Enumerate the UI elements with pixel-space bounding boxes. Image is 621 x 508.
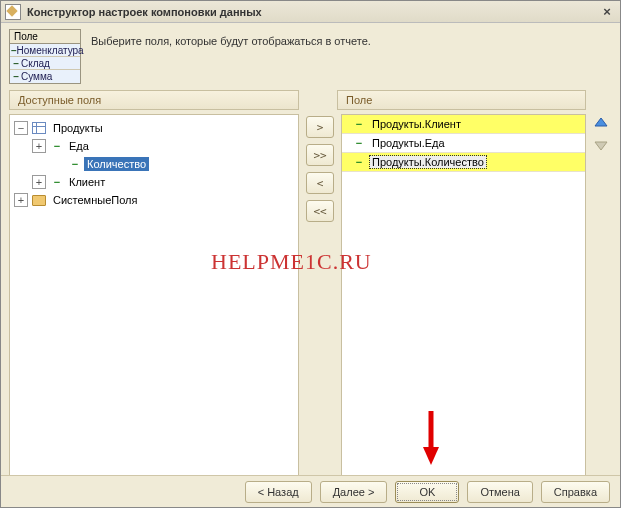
table-icon [32,122,46,134]
available-tree: − Продукты + − Еда − Количество + − Клие… [10,115,298,213]
tree-label: Количество [84,157,149,171]
transfer-buttons: > >> < << [303,114,337,482]
app-icon [5,4,21,20]
expand-icon[interactable]: + [32,139,46,153]
help-button[interactable]: Справка [541,481,610,503]
table-row[interactable]: −Продукты.Еда [342,134,585,153]
field-icon: − [68,158,82,170]
field-icon: − [50,140,64,152]
selected-label: Продукты.Клиент [370,118,463,130]
add-one-button[interactable]: > [306,116,334,138]
selected-label: Продукты.Количество [370,156,486,168]
selected-table: −Продукты.Клиент −Продукты.Еда −Продукты… [342,115,585,172]
field-icon: − [352,118,366,130]
move-up-button[interactable] [591,114,611,132]
mini-row: –Номенклатура [10,44,80,57]
order-arrows [590,114,612,482]
window-title: Конструктор настроек компоновки данных [27,6,598,18]
selected-fields-panel[interactable]: −Продукты.Клиент −Продукты.Еда −Продукты… [341,114,586,482]
table-row[interactable]: −Продукты.Количество [342,153,585,172]
remove-one-button[interactable]: < [306,172,334,194]
move-down-button[interactable] [591,136,611,154]
back-button[interactable]: < Назад [245,481,312,503]
next-button[interactable]: Далее > [320,481,388,503]
field-icon: − [50,176,64,188]
preview-mini-table: Поле –Номенклатура –Склад –Сумма [9,29,81,84]
selected-header: Поле [337,90,586,110]
tree-node-client[interactable]: + − Клиент [12,173,296,191]
mini-row: –Сумма [10,70,80,83]
instruction-text: Выберите поля, которые будут отображатьс… [91,29,371,47]
tree-label: Клиент [66,175,108,189]
tree-node-food[interactable]: + − Еда [12,137,296,155]
field-icon: − [352,137,366,149]
remove-all-button[interactable]: << [306,200,334,222]
svg-marker-1 [595,142,607,150]
mini-row: –Склад [10,57,80,70]
field-icon: − [352,156,366,168]
collapse-icon[interactable]: − [14,121,28,135]
available-fields-panel[interactable]: − Продукты + − Еда − Количество + − Клие… [9,114,299,482]
svg-marker-0 [595,118,607,126]
columns-header-row: Доступные поля Поле [1,90,620,110]
main-area: − Продукты + − Еда − Количество + − Клие… [1,110,620,490]
twist-empty [50,157,64,171]
ok-button[interactable]: OK [395,481,459,503]
top-panel: Поле –Номенклатура –Склад –Сумма Выберит… [1,23,620,90]
available-header: Доступные поля [9,90,299,110]
cancel-button[interactable]: Отмена [467,481,532,503]
tree-label: Продукты [50,121,106,135]
expand-icon[interactable]: + [14,193,28,207]
titlebar: Конструктор настроек компоновки данных × [1,1,620,23]
tree-node-system-fields[interactable]: + СистемныеПоля [12,191,296,209]
add-all-button[interactable]: >> [306,144,334,166]
tree-label: СистемныеПоля [50,193,140,207]
mini-table-header: Поле [10,30,80,44]
table-row[interactable]: −Продукты.Клиент [342,115,585,134]
expand-icon[interactable]: + [32,175,46,189]
folder-icon [32,195,46,206]
selected-label: Продукты.Еда [370,137,447,149]
tree-node-products[interactable]: − Продукты [12,119,296,137]
tree-label: Еда [66,139,92,153]
footer: < Назад Далее > OK Отмена Справка [1,475,620,507]
close-icon[interactable]: × [598,4,616,20]
tree-node-quantity[interactable]: − Количество [12,155,296,173]
